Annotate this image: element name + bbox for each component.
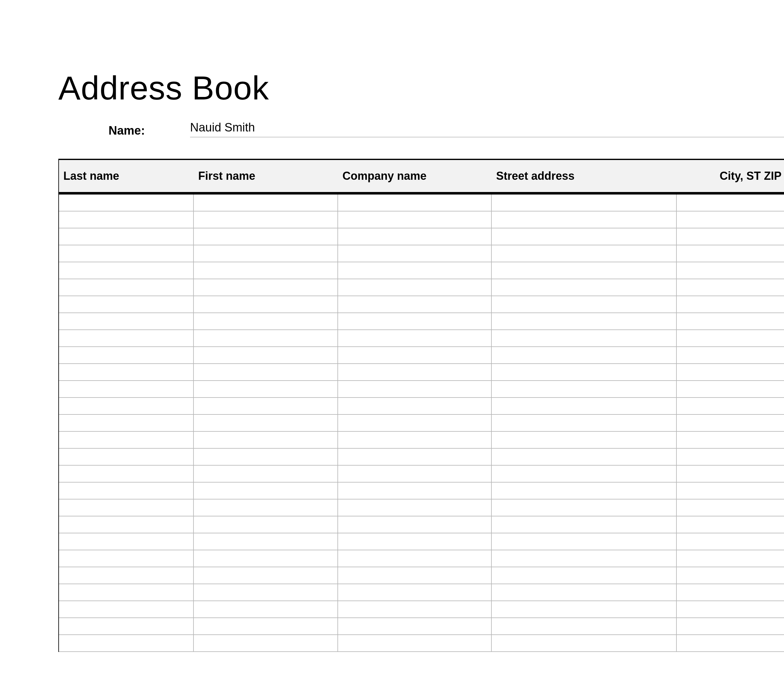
- table-cell[interactable]: [194, 398, 338, 414]
- table-cell[interactable]: [338, 499, 492, 516]
- table-row[interactable]: [59, 483, 784, 499]
- table-cell[interactable]: [59, 211, 194, 228]
- table-row[interactable]: [59, 448, 784, 466]
- table-row[interactable]: [59, 618, 784, 635]
- table-cell[interactable]: [338, 347, 492, 363]
- table-cell[interactable]: [492, 228, 677, 245]
- table-cell[interactable]: [677, 330, 784, 346]
- table-cell[interactable]: [59, 584, 194, 600]
- table-row[interactable]: [59, 211, 784, 228]
- table-cell[interactable]: [59, 381, 194, 397]
- table-cell[interactable]: [338, 364, 492, 380]
- table-cell[interactable]: [492, 313, 677, 330]
- table-cell[interactable]: [59, 364, 194, 380]
- table-cell[interactable]: [59, 466, 194, 482]
- table-row[interactable]: [59, 635, 784, 652]
- table-cell[interactable]: [59, 246, 194, 262]
- table-cell[interactable]: [194, 584, 338, 600]
- table-cell[interactable]: [194, 601, 338, 617]
- table-cell[interactable]: [492, 364, 677, 380]
- table-cell[interactable]: [677, 347, 784, 363]
- table-cell[interactable]: [677, 466, 784, 482]
- table-cell[interactable]: [59, 516, 194, 533]
- table-cell[interactable]: [59, 448, 194, 465]
- table-cell[interactable]: [677, 618, 784, 635]
- table-cell[interactable]: [677, 398, 784, 414]
- table-cell[interactable]: [194, 296, 338, 313]
- table-cell[interactable]: [338, 381, 492, 397]
- table-cell[interactable]: [492, 533, 677, 550]
- table-row[interactable]: [59, 313, 784, 330]
- table-cell[interactable]: [492, 195, 677, 211]
- table-row[interactable]: [59, 584, 784, 601]
- table-row[interactable]: [59, 262, 784, 279]
- table-cell[interactable]: [194, 279, 338, 295]
- table-cell[interactable]: [194, 466, 338, 482]
- table-cell[interactable]: [59, 398, 194, 414]
- table-cell[interactable]: [194, 381, 338, 397]
- table-cell[interactable]: [492, 211, 677, 228]
- table-cell[interactable]: [194, 499, 338, 516]
- table-cell[interactable]: [338, 262, 492, 279]
- table-cell[interactable]: [338, 533, 492, 550]
- table-cell[interactable]: [59, 313, 194, 330]
- table-cell[interactable]: [194, 635, 338, 651]
- table-cell[interactable]: [492, 550, 677, 567]
- table-cell[interactable]: [677, 279, 784, 295]
- table-cell[interactable]: [59, 195, 194, 211]
- table-cell[interactable]: [194, 483, 338, 499]
- table-cell[interactable]: [677, 448, 784, 465]
- table-cell[interactable]: [338, 432, 492, 448]
- table-cell[interactable]: [677, 635, 784, 651]
- table-cell[interactable]: [677, 499, 784, 516]
- table-cell[interactable]: [338, 330, 492, 346]
- table-cell[interactable]: [492, 499, 677, 516]
- table-row[interactable]: [59, 516, 784, 533]
- table-cell[interactable]: [59, 262, 194, 279]
- table-cell[interactable]: [338, 516, 492, 533]
- table-cell[interactable]: [59, 432, 194, 448]
- table-cell[interactable]: [677, 381, 784, 397]
- table-cell[interactable]: [59, 347, 194, 363]
- table-row[interactable]: [59, 398, 784, 415]
- table-row[interactable]: [59, 347, 784, 364]
- table-cell[interactable]: [194, 618, 338, 635]
- table-cell[interactable]: [59, 533, 194, 550]
- table-cell[interactable]: [338, 601, 492, 617]
- table-cell[interactable]: [194, 228, 338, 245]
- table-cell[interactable]: [59, 415, 194, 431]
- table-cell[interactable]: [338, 279, 492, 295]
- table-cell[interactable]: [677, 550, 784, 567]
- table-cell[interactable]: [492, 415, 677, 431]
- table-cell[interactable]: [59, 635, 194, 651]
- table-cell[interactable]: [338, 195, 492, 211]
- table-cell[interactable]: [677, 195, 784, 211]
- table-cell[interactable]: [338, 483, 492, 499]
- table-row[interactable]: [59, 364, 784, 381]
- table-cell[interactable]: [59, 601, 194, 617]
- table-cell[interactable]: [677, 364, 784, 380]
- table-cell[interactable]: [492, 483, 677, 499]
- table-row[interactable]: [59, 195, 784, 211]
- table-cell[interactable]: [59, 550, 194, 567]
- table-cell[interactable]: [677, 296, 784, 313]
- table-cell[interactable]: [492, 466, 677, 482]
- table-row[interactable]: [59, 246, 784, 262]
- table-cell[interactable]: [677, 567, 784, 584]
- table-cell[interactable]: [677, 228, 784, 245]
- table-cell[interactable]: [338, 567, 492, 584]
- table-cell[interactable]: [492, 635, 677, 651]
- table-cell[interactable]: [492, 262, 677, 279]
- table-cell[interactable]: [492, 584, 677, 600]
- table-cell[interactable]: [338, 246, 492, 262]
- table-cell[interactable]: [677, 533, 784, 550]
- table-cell[interactable]: [338, 550, 492, 567]
- table-cell[interactable]: [194, 211, 338, 228]
- table-cell[interactable]: [677, 516, 784, 533]
- table-cell[interactable]: [338, 211, 492, 228]
- table-cell[interactable]: [194, 432, 338, 448]
- table-cell[interactable]: [194, 364, 338, 380]
- table-cell[interactable]: [492, 381, 677, 397]
- table-cell[interactable]: [194, 567, 338, 584]
- table-row[interactable]: [59, 228, 784, 246]
